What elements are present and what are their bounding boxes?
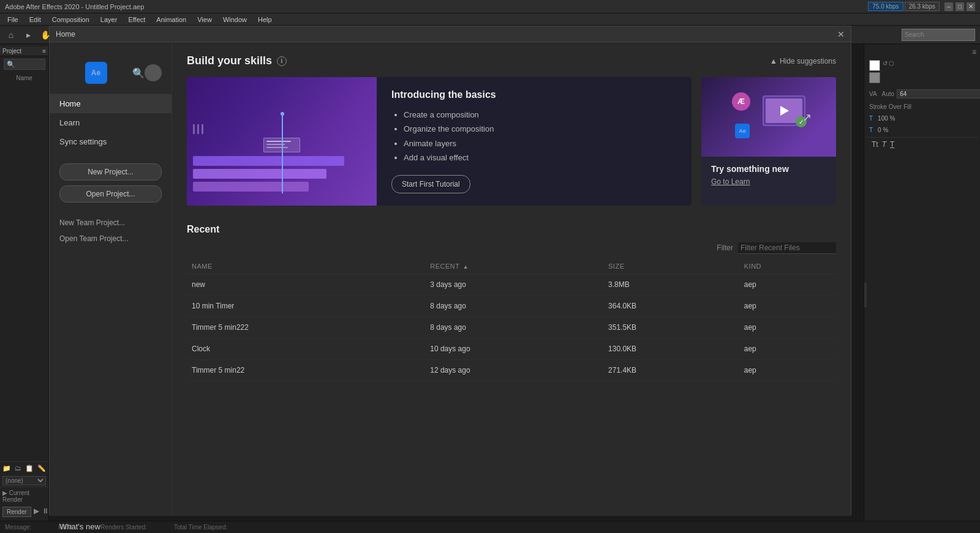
render-icon-2[interactable]: ⏸: [42, 507, 49, 517]
file-size-new: 3.8MB: [603, 274, 739, 295]
table-row[interactable]: Clock 10 days ago 130.0KB aep: [187, 338, 836, 359]
sidebar-bottom: What's new: [50, 517, 172, 533]
col-header-recent[interactable]: RECENT ▲: [425, 259, 603, 274]
home-header: Ae 🔍: [50, 52, 172, 94]
filter-input[interactable]: [738, 242, 836, 254]
panel-footer-icon-4[interactable]: ✏️: [37, 464, 46, 472]
panel-search-input[interactable]: [4, 59, 45, 70]
hide-suggestions-button[interactable]: ▲ Hide suggestions: [770, 57, 836, 65]
start-tutorial-button[interactable]: Start First Tutorial: [391, 175, 470, 193]
recent-section: Recent Filter NAME RECENT ▲ SIZE KIND: [187, 224, 836, 381]
white-swatch[interactable]: [869, 60, 880, 71]
t-icon-1: T: [869, 115, 873, 122]
network-badge-1: 75.0 kbps: [868, 2, 903, 11]
timeline-bar-purple-2: [193, 169, 326, 179]
file-recent-timmer5min222: 8 days ago: [425, 316, 603, 338]
info-icon[interactable]: ℹ: [277, 56, 287, 66]
intro-bullet-1: Create a composition: [404, 108, 677, 122]
file-kind-timmer5min22: aep: [739, 359, 836, 381]
open-project-button[interactable]: Open Project...: [59, 185, 162, 203]
render-icon-1[interactable]: ▶: [34, 507, 39, 517]
sidebar-item-new-team[interactable]: New Team Project...: [50, 215, 172, 231]
maximize-button[interactable]: □: [956, 2, 964, 11]
stroke-over-fill-label: Stroke Over Fill: [869, 103, 911, 110]
intro-card: Introducing the basics Create a composit…: [187, 77, 692, 206]
render-button[interactable]: Render: [2, 507, 31, 517]
menu-composition[interactable]: Composition: [47, 15, 94, 24]
text-style-tt[interactable]: Tt: [872, 140, 878, 149]
select-tool-icon[interactable]: ▸: [22, 29, 34, 41]
sidebar: Ae 🔍 Home Learn Sync settings New Projec…: [50, 42, 172, 516]
menu-help[interactable]: Help: [253, 15, 277, 24]
text-style-t-underline[interactable]: T: [890, 140, 894, 149]
file-name-clock: Clock: [187, 338, 425, 359]
intro-card-list: Create a composition Organize the compos…: [391, 108, 677, 165]
panel-menu-right-icon[interactable]: ≡: [972, 48, 976, 56]
play-icon: [780, 106, 789, 116]
timeline-bars: [193, 124, 371, 193]
dialog-close-button[interactable]: ✕: [837, 29, 845, 39]
menu-view[interactable]: View: [192, 15, 217, 24]
filter-label: Filter: [717, 244, 733, 252]
floating-ae-icon: Æ: [737, 97, 745, 106]
timeline-bar-purple-3: [193, 182, 309, 192]
menu-animation[interactable]: Animation: [151, 15, 191, 24]
sidebar-item-learn[interactable]: Learn: [50, 113, 172, 132]
text-style-t-italic[interactable]: T: [882, 140, 886, 149]
account-button[interactable]: [145, 64, 162, 81]
new-project-button[interactable]: New Project...: [59, 163, 162, 181]
close-app-button[interactable]: ✕: [967, 2, 975, 11]
panel-footer-icon-2[interactable]: 🗂: [15, 464, 21, 472]
skills-section-header: Build your skills ℹ ▲ Hide suggestions: [187, 54, 836, 67]
floating-icon: Æ: [732, 92, 750, 111]
file-name-timmer5min22: Timmer 5 min22: [187, 359, 425, 381]
table-row[interactable]: new 3 days ago 3.8MB aep: [187, 274, 836, 295]
table-row[interactable]: 10 min Timer 8 days ago 364.0KB aep: [187, 295, 836, 316]
project-tab[interactable]: Project: [2, 48, 21, 54]
panel-footer-icon-3[interactable]: 📋: [25, 464, 34, 472]
minimize-button[interactable]: –: [944, 2, 953, 11]
col-header-kind[interactable]: KIND: [739, 259, 836, 274]
table-row[interactable]: Timmer 5 min222 8 days ago 351.5KB aep: [187, 316, 836, 338]
panel-footer-icon-1[interactable]: 📁: [2, 464, 11, 472]
menu-effect[interactable]: Effect: [123, 15, 150, 24]
file-kind-timmer5min222: aep: [739, 316, 836, 338]
gray-swatch[interactable]: [869, 72, 880, 83]
table-row[interactable]: Timmer 5 min22 12 days ago 271.4KB aep: [187, 359, 836, 381]
stroke-icon[interactable]: ⬡: [889, 60, 894, 67]
col-header-size[interactable]: SIZE: [603, 259, 739, 274]
menu-file[interactable]: File: [2, 15, 23, 24]
header-search-icon[interactable]: 🔍: [132, 67, 145, 79]
panel-menu-icon[interactable]: ≡: [42, 48, 46, 54]
menu-window[interactable]: Window: [218, 15, 252, 24]
menu-bar: File Edit Composition Layer Effect Anima…: [0, 13, 980, 26]
go-to-learn-link[interactable]: Go to Learn: [711, 177, 750, 186]
sidebar-item-sync[interactable]: Sync settings: [50, 132, 172, 151]
auto-value-input[interactable]: [897, 89, 980, 99]
sidebar-project-buttons: New Project... Open Project...: [50, 163, 172, 203]
dialog-title: Home: [56, 30, 75, 39]
try-new-card: Æ ✓ Ae: [701, 77, 836, 206]
menu-layer[interactable]: Layer: [96, 15, 123, 24]
none-dropdown[interactable]: (none): [2, 476, 46, 485]
left-panel: Project ≡ Name 📁 🗂 📋 ✏️ (none) ▶ Current…: [0, 44, 49, 521]
timeline-bar-purple-1: [193, 156, 344, 166]
percent-label-2: 0 %: [878, 127, 888, 133]
file-kind-timer10: aep: [739, 295, 836, 316]
stroke-prop-row: Stroke Over Fill: [867, 102, 978, 111]
cursor-icon: ↗: [802, 111, 812, 124]
fill-icon[interactable]: ↺: [883, 60, 888, 67]
sidebar-item-home[interactable]: Home: [50, 94, 172, 113]
dialog-titlebar: Home ✕: [50, 26, 851, 42]
sidebar-item-whats-new[interactable]: What's new: [50, 517, 172, 533]
current-render-arrow[interactable]: ▶ Current Render: [2, 490, 29, 503]
home-icon[interactable]: ⌂: [5, 29, 17, 41]
col-header-name[interactable]: NAME: [187, 259, 425, 274]
file-name-timer10: 10 min Timer: [187, 295, 425, 316]
sidebar-item-open-team[interactable]: Open Team Project...: [50, 231, 172, 247]
panel-resize-handle[interactable]: [864, 283, 867, 307]
recent-title: Recent: [187, 224, 836, 235]
menu-edit[interactable]: Edit: [24, 15, 46, 24]
hide-suggestions-label: Hide suggestions: [780, 57, 836, 65]
recent-table: NAME RECENT ▲ SIZE KIND new 3 days ago 3…: [187, 259, 836, 381]
